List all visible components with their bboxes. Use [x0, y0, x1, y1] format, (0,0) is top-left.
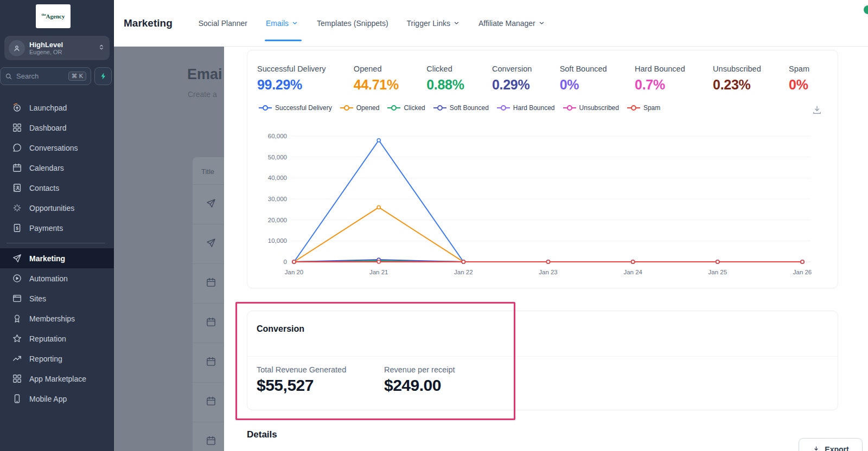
svg-text:0: 0 [284, 259, 287, 265]
sidebar-item-launchpad[interactable]: Launchpad [0, 98, 114, 118]
sidebar-item-label: Automation [29, 274, 68, 283]
sidebar-item-conversations[interactable]: Conversations [0, 138, 114, 158]
chevron-down-icon [291, 20, 298, 27]
logo-name: Agency [46, 13, 65, 20]
marketing-icon [12, 253, 22, 263]
sidebar-item-contacts[interactable]: Contacts [0, 178, 114, 198]
background-table-row [193, 304, 224, 343]
memberships-icon [12, 313, 22, 324]
send-icon [206, 198, 216, 211]
details-section-title: Details [247, 429, 277, 440]
legend-item-hard-bounced[interactable]: Hard Bounced [496, 104, 555, 112]
stat-label: Opened [354, 65, 399, 73]
legend-item-opened[interactable]: Opened [340, 104, 380, 112]
sidebar-item-label: Reporting [29, 355, 62, 363]
sidebar-item-mobile-app[interactable]: Mobile App [0, 389, 114, 409]
legend-label: Soft Bounced [450, 104, 489, 112]
download-chart-button[interactable] [812, 105, 822, 115]
tab-templates-snippets[interactable]: Templates (Snippets) [317, 0, 388, 46]
legend-marker-icon [258, 105, 272, 111]
svg-text:$: $ [16, 226, 18, 231]
sidebar-item-label: Dashboard [29, 124, 67, 132]
svg-text:40,000: 40,000 [268, 175, 287, 181]
stat-soft-bounced: Soft Bounced0% [560, 65, 607, 93]
send-icon [206, 237, 216, 250]
svg-text:Jan 20: Jan 20 [285, 269, 304, 275]
svg-text:Jan 21: Jan 21 [369, 269, 388, 275]
email-stats-chart: 010,00020,00030,00040,00050,00060,000Jan… [263, 132, 816, 278]
stat-value: 0% [560, 77, 607, 93]
sidebar-item-label: Reputation [29, 334, 66, 343]
automation-icon [12, 273, 22, 284]
sidebar-item-reputation[interactable]: Reputation [0, 328, 114, 349]
account-avatar-icon [9, 40, 25, 56]
account-switcher[interactable]: HighLevel Eugene, OR [4, 36, 110, 60]
stat-label: Unsubscribed [713, 65, 761, 73]
chevron-updown-icon [98, 43, 105, 54]
sidebar-item-label: Calendars [29, 164, 64, 172]
conversion-card: Conversion Total Revenue Generated $55,5… [247, 311, 838, 410]
legend-item-unsubscribed[interactable]: Unsubscribed [563, 104, 619, 112]
sidebar-item-memberships[interactable]: Memberships [0, 308, 114, 328]
sidebar-item-label: App Marketplace [29, 375, 86, 383]
sidebar-item-opportunities[interactable]: Opportunities [0, 198, 114, 218]
export-button[interactable]: Export [799, 438, 863, 451]
sidebar: theAgency HighLevel Eugene, OR Search ⌘ … [0, 0, 114, 451]
conversations-icon [12, 143, 22, 153]
sidebar-item-calendars[interactable]: Calendars [0, 158, 114, 178]
calendar-icon [206, 435, 216, 448]
calendar-icon [206, 396, 216, 409]
stats-row: Successful Delivery99.29%Opened44.71%Cli… [247, 50, 838, 93]
svg-text:50,000: 50,000 [268, 154, 287, 160]
sidebar-item-dashboard[interactable]: Dashboard [0, 118, 114, 138]
sidebar-item-automation[interactable]: Automation [0, 268, 114, 288]
sidebar-item-payments[interactable]: $Payments [0, 218, 114, 238]
stat-value: 0% [789, 77, 809, 93]
search-input[interactable]: Search ⌘ K [0, 67, 91, 85]
tab-label: Trigger Links [407, 19, 450, 28]
legend-marker-icon [563, 105, 577, 111]
launchpad-icon [12, 102, 22, 113]
payments-icon: $ [12, 223, 22, 233]
legend-marker-icon [496, 105, 510, 111]
search-placeholder: Search [16, 72, 68, 80]
legend-item-successful-delivery[interactable]: Successful Delivery [258, 104, 332, 112]
quick-actions-button[interactable] [94, 67, 112, 85]
tab-label: Emails [266, 19, 289, 28]
stat-label: Successful Delivery [257, 65, 326, 73]
legend-item-soft-bounced[interactable]: Soft Bounced [433, 104, 489, 112]
agency-logo[interactable]: theAgency [36, 4, 71, 28]
search-shortcut-badge: ⌘ K [68, 72, 86, 81]
stat-value: 0.88% [426, 77, 464, 93]
background-table-header: Title [193, 157, 224, 185]
opportunities-icon [12, 203, 22, 213]
legend-item-spam[interactable]: Spam [627, 104, 660, 112]
stat-unsubscribed: Unsubscribed0.23% [713, 65, 761, 93]
sidebar-item-sites[interactable]: Sites [0, 288, 114, 308]
sidebar-item-label: Conversations [29, 144, 78, 152]
sidebar-item-marketing[interactable]: Marketing [0, 248, 114, 268]
stats-card: Successful Delivery99.29%Opened44.71%Cli… [247, 50, 838, 288]
background-table-row [193, 383, 224, 422]
background-page-title: Emai [187, 66, 222, 83]
revenue-per-receipt-metric: Revenue per receipt $249.00 [384, 365, 512, 395]
legend-marker-icon [387, 105, 401, 111]
conversion-title: Conversion [247, 311, 838, 357]
svg-text:Jan 23: Jan 23 [539, 269, 558, 275]
svg-text:Jan 22: Jan 22 [454, 269, 473, 275]
tab-social-planner[interactable]: Social Planner [199, 0, 247, 46]
sidebar-item-app-marketplace[interactable]: App Marketplace [0, 369, 114, 389]
revenue-per-receipt-value: $249.00 [384, 376, 512, 395]
dimmed-background: Emai Create a Title [114, 47, 224, 451]
tab-label: Affiliate Manager [478, 19, 535, 28]
legend-item-clicked[interactable]: Clicked [387, 104, 425, 112]
sidebar-item-reporting[interactable]: Reporting [0, 349, 114, 369]
dashboard-icon [12, 123, 22, 133]
svg-text:10,000: 10,000 [268, 237, 287, 244]
tab-trigger-links[interactable]: Trigger Links [407, 0, 460, 46]
background-table-row [193, 224, 224, 264]
stat-hard-bounced: Hard Bounced0.7% [635, 65, 685, 93]
tab-affiliate-manager[interactable]: Affiliate Manager [478, 0, 545, 46]
stat-value: 99.29% [257, 77, 326, 93]
tab-emails[interactable]: Emails [266, 0, 298, 46]
